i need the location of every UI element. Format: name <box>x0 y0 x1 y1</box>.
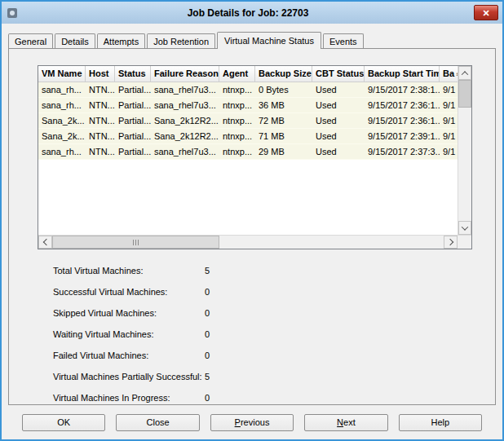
table-cell: Sana_2k12R2... <box>151 113 219 128</box>
table-cell: 9/1 <box>440 129 458 143</box>
table-row[interactable]: Sana_2k... NTN... Partial... Sana_2k12R2… <box>38 113 458 129</box>
chevron-down-icon <box>462 223 468 230</box>
summary-row: Skipped Virtual Machines: 0 <box>53 302 472 324</box>
vertical-scrollbar-thumb[interactable] <box>458 80 471 108</box>
table-cell: ntnxp... <box>219 98 255 112</box>
table-cell: Used <box>312 144 365 159</box>
ok-button[interactable]: OK <box>22 414 105 431</box>
scroll-down-button[interactable] <box>458 221 471 235</box>
table-cell: 9/1 <box>440 144 458 159</box>
table-cell: Used <box>312 129 365 143</box>
tab-attempts[interactable]: Attempts <box>97 33 145 48</box>
table-cell: sana_rh... <box>38 144 86 159</box>
app-icon <box>6 7 19 20</box>
summary-value-in-progress: 0 <box>205 393 254 403</box>
table-cell: Partial... <box>115 98 151 112</box>
tab-details[interactable]: Details <box>55 33 95 48</box>
column-header-host[interactable]: Host <box>86 66 115 82</box>
table-cell: NTN... <box>86 129 115 143</box>
table-cell: sana_rh... <box>38 82 86 97</box>
column-header-vm-name[interactable]: VM Name <box>38 66 86 82</box>
header-chevron-icon: « <box>454 72 458 76</box>
summary-value-skipped: 0 <box>205 308 254 318</box>
virtual-machine-status-panel: VM Name Host Status Failure Reason Agent… <box>8 48 496 405</box>
summary-row: Failed Virtual Machines: 0 <box>53 345 472 366</box>
summary-row: Total Virtual Machines: 5 <box>53 260 472 281</box>
vertical-scrollbar[interactable] <box>458 66 471 235</box>
table-cell: NTN... <box>86 82 115 97</box>
table-cell: 9/15/2017 2:39:1... <box>365 129 440 143</box>
next-button[interactable]: Next <box>304 414 387 431</box>
close-dialog-button[interactable]: Close <box>116 414 199 431</box>
summary-value-total: 5 <box>205 266 254 276</box>
table-cell: Sana_2k... <box>38 129 86 143</box>
horizontal-scrollbar[interactable] <box>38 236 458 249</box>
vertical-scrollbar-track[interactable] <box>458 108 471 221</box>
column-header-agent[interactable]: Agent <box>219 66 255 82</box>
table-cell: Used <box>312 82 365 97</box>
table-row[interactable]: sana_rh... NTN... Partial... sana_rhel7u… <box>38 144 458 160</box>
tab-virtual-machine-status[interactable]: Virtual Machine Status <box>217 32 321 49</box>
horizontal-scrollbar-track[interactable] <box>219 236 444 249</box>
column-header-ba[interactable]: Ba« <box>440 66 458 82</box>
table-cell: 9/15/2017 2:37:3... <box>365 144 440 159</box>
table-cell: Sana_2k12R2... <box>151 129 219 143</box>
summary-row: Virtual Machines Partially Successful: 5 <box>53 366 472 387</box>
summary-label-total: Total Virtual Machines: <box>53 266 205 276</box>
table-row[interactable]: sana_rh... NTN... Partial... sana_rhel7u… <box>38 82 458 98</box>
table-cell: 72 MB <box>255 113 312 128</box>
table-cell: NTN... <box>86 144 115 159</box>
table-cell: ntnxp... <box>219 144 255 159</box>
job-details-dialog: Job Details for Job: 22703 ✕ General Det… <box>0 0 504 441</box>
summary-section: Total Virtual Machines: 5 Successful Vir… <box>53 260 472 405</box>
table-row[interactable]: sana_rh... NTN... Partial... sana_rhel7u… <box>38 98 458 113</box>
summary-value-successful: 0 <box>205 287 254 297</box>
table-cell: 9/15/2017 2:36:1... <box>365 113 440 128</box>
tab-events[interactable]: Events <box>323 33 364 48</box>
summary-label-partially-successful: Virtual Machines Partially Successful: <box>53 372 205 381</box>
summary-row: Waiting Virtual Machines: 0 <box>53 324 472 345</box>
table-cell: Partial... <box>115 113 151 128</box>
title-bar[interactable]: Job Details for Job: 22703 ✕ <box>2 2 502 24</box>
close-button[interactable]: ✕ <box>474 5 498 20</box>
previous-button[interactable]: Previous <box>210 414 294 431</box>
table-cell: Sana_2k... <box>38 113 86 128</box>
table-row[interactable]: Sana_2k... NTN... Partial... Sana_2k12R2… <box>38 129 458 144</box>
scroll-right-button[interactable] <box>444 236 458 249</box>
table-cell: NTN... <box>86 98 115 112</box>
summary-label-skipped: Skipped Virtual Machines: <box>53 308 205 318</box>
table-cell: 9/1 <box>440 82 458 97</box>
column-header-backup-size[interactable]: Backup Size <box>255 66 312 82</box>
horizontal-scrollbar-thumb[interactable] <box>52 236 219 249</box>
chevron-right-icon <box>446 239 453 245</box>
scroll-left-button[interactable] <box>38 236 52 249</box>
table-cell: ntnxp... <box>219 129 255 143</box>
table-cell: 36 MB <box>255 98 312 112</box>
table-cell: 71 MB <box>255 129 312 143</box>
table-cell: 29 MB <box>255 144 312 159</box>
summary-value-waiting: 0 <box>205 329 254 339</box>
column-header-failure-reason[interactable]: Failure Reason <box>151 66 219 82</box>
table-cell: ntnxp... <box>219 82 255 97</box>
window-title: Job Details for Job: 22703 <box>22 7 474 19</box>
scroll-up-button[interactable] <box>458 66 471 80</box>
help-button[interactable]: Help <box>399 414 482 431</box>
table-header: VM Name Host Status Failure Reason Agent… <box>38 66 458 82</box>
tab-job-retention[interactable]: Job Retention <box>147 33 215 48</box>
chevron-up-icon <box>462 71 468 77</box>
h-scroll-grip-icon <box>133 240 139 245</box>
tab-general[interactable]: General <box>8 33 53 48</box>
table-cell: Used <box>312 113 365 128</box>
table-cell: 9/1 <box>440 113 458 128</box>
table-cell: Partial... <box>115 144 151 159</box>
column-header-status[interactable]: Status <box>115 66 151 82</box>
column-header-backup-start-time[interactable]: Backup Start Time <box>365 66 440 82</box>
table-cell: 9/15/2017 2:36:1... <box>365 98 440 112</box>
column-header-cbt-status[interactable]: CBT Status <box>312 66 365 82</box>
chevron-left-icon <box>42 239 49 245</box>
summary-label-waiting: Waiting Virtual Machines: <box>53 329 205 339</box>
table-cell: 0 Bytes <box>255 82 312 97</box>
table-cell: 9/1 <box>440 98 458 112</box>
table-cell: sana_rh... <box>38 98 86 112</box>
table-cell: sana_rhel7u3... <box>151 98 219 112</box>
